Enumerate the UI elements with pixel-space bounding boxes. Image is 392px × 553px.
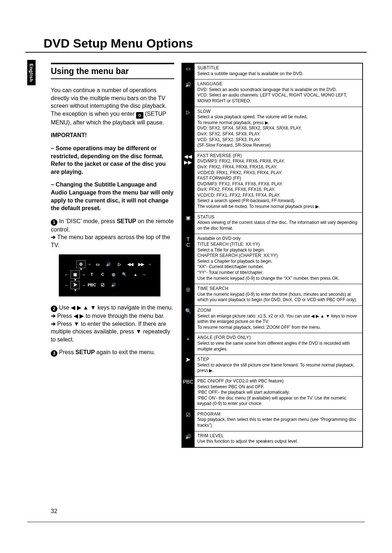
table-row: ◀◀ ▶▶FAST REVERSE (FR)DVD/MP3: FRX2, FRX… [182, 151, 363, 212]
row-icon: ⟁ [182, 333, 194, 355]
important-note-2: – Changing the Subtitle Language and Aud… [51, 181, 174, 212]
table-row: T CAvailable on DVD onlyTITLE SEARCH (TI… [182, 234, 363, 284]
row-text: LANGUAGEDVD: Select an audio soundtrack … [194, 79, 363, 107]
row-title: SLOW [197, 109, 211, 114]
row-title: STATUS [197, 214, 215, 220]
row-text: TIME SEARCHUse the numeric keypad (0-9) … [194, 284, 363, 306]
section-heading: Using the menu bar [51, 63, 174, 79]
step-number-3: 3 [51, 350, 57, 357]
menubar-icon: ▣ [70, 270, 80, 279]
row-icon: 🔊 [182, 79, 194, 107]
row-icon: ▣ [182, 212, 194, 234]
important-note-1: – Some operations may be different or re… [51, 144, 174, 176]
right-column: ▭SUBTITLESelect a subtitle language that… [181, 63, 363, 448]
step-3: 3 Press SETUP again to exit the menu. [51, 348, 174, 357]
footer-rule [27, 522, 365, 522]
menubar-icon: ⮞ [70, 281, 80, 289]
row-title: SUBTITLE [197, 65, 219, 70]
intro-paragraph: You can continue a number of operations … [51, 86, 174, 126]
row-icon: 🔊 [182, 431, 194, 447]
row-title: STEP [197, 357, 209, 362]
table-row: ▭SUBTITLESelect a subtitle language that… [182, 63, 363, 79]
row-icon: ▷ [182, 107, 194, 151]
menu-bar-diagram: ⚙ → ▭ 🔊 ▷ ◀◀ ▶▶ → ← ▣ → T C [59, 254, 160, 297]
row-text: SUBTITLESelect a subtitle language that … [194, 63, 363, 79]
row-text: ANGLE (for DVD only)Select to view the s… [194, 333, 363, 355]
table-row: ⮞STEPSelect to advance the still picture… [182, 355, 363, 377]
row-title: TIME SEARCH [197, 286, 228, 291]
menu-options-table: ▭SUBTITLESelect a subtitle language that… [181, 63, 363, 448]
row-title: FAST REVERSE (FR) [197, 153, 242, 158]
row-icon: ▭ [182, 63, 194, 79]
table-row: ◎TIME SEARCHUse the numeric keypad (0-9)… [182, 284, 363, 306]
table-row: 🔊TRIM LEVELUse this function to adjust t… [182, 431, 363, 447]
important-label: IMPORTANT! [51, 131, 174, 139]
result-arrow-icon: ➔ [51, 234, 57, 240]
row-text: PBC ON/OFF (for VCD2.0 with PBC feature)… [194, 376, 363, 409]
page-title: DVD Setup Menu Options [25, 36, 367, 53]
menubar-row-1: ⚙ → ▭ 🔊 ▷ ◀◀ ▶▶ → [65, 260, 155, 269]
result-arrow-icon: ➔ [51, 313, 57, 319]
row-text: STATUSAllows viewing of the current stat… [194, 212, 363, 234]
row-icon: T C [182, 234, 194, 284]
row-text: Available on DVD onlyTITLE SEARCH (TITLE… [194, 234, 363, 284]
step-2: 2 Use ◀ ▶ ▲ ▼ keys to navigate in the me… [51, 304, 174, 343]
row-text: ZOOMSelect an enlarge picture ratio: x1.… [194, 306, 363, 333]
step-number-2: 2 [51, 306, 57, 312]
row-icon: ◀◀ ▶▶ [182, 151, 194, 212]
table-row: ☑PROGRAMStop playback, then select this … [182, 409, 363, 431]
row-title: PROGRAM [197, 411, 221, 417]
table-row: ⟁ANGLE (for DVD only)Select to view the … [182, 333, 363, 355]
menubar-row-3: ← ⮞ → PBC ☑ 🔊 [65, 281, 155, 289]
step-1: 1 In ‘DISC’ mode, press SETUP on the rem… [51, 217, 174, 249]
row-text: TRIM LEVELUse this function to adjust th… [194, 431, 363, 447]
row-text: STEPSelect to advance the still picture … [194, 355, 363, 377]
step-number-1: 1 [51, 219, 57, 226]
table-row: ▣STATUSAllows viewing of the current sta… [182, 212, 363, 234]
row-icon: ◎ [182, 284, 194, 306]
left-column: Using the menu bar You can continue a nu… [51, 63, 174, 448]
row-text: FAST REVERSE (FR)DVD/MP3: FRX2, FRX4, FR… [194, 151, 363, 212]
table-row: 🔍ZOOMSelect an enlarge picture ratio: x1… [182, 306, 363, 333]
row-title: TRIM LEVEL [197, 433, 224, 438]
page-number: 32 [51, 508, 57, 515]
menubar-icon: ⚙ [76, 260, 86, 269]
table-row: PBCPBC ON/OFF (for VCD2.0 with PBC featu… [182, 376, 363, 409]
result-arrow-icon: ➔ [51, 321, 57, 327]
table-row: 🔊LANGUAGEDVD: Select an audio soundtrack… [182, 79, 363, 107]
row-icon: PBC [182, 376, 194, 409]
row-title: LANGUAGE [197, 81, 222, 86]
menubar-row-2: ← ▣ → T C ◎ 🔍 ⟁ → [65, 270, 155, 279]
row-icon: 🔍 [182, 306, 194, 333]
row-text: PROGRAMStop playback, then select this t… [194, 409, 363, 431]
row-text: SLOWSelect a slow playback speed. The vo… [194, 107, 363, 151]
row-icon: ☑ [182, 409, 194, 431]
table-row: ▷SLOWSelect a slow playback speed. The v… [182, 107, 363, 151]
row-title: ANGLE (for DVD only) [197, 335, 251, 340]
row-icon: ⮞ [182, 355, 194, 377]
setup-menu-icon: ⚙ [136, 112, 143, 119]
row-title: ZOOM [197, 308, 211, 313]
